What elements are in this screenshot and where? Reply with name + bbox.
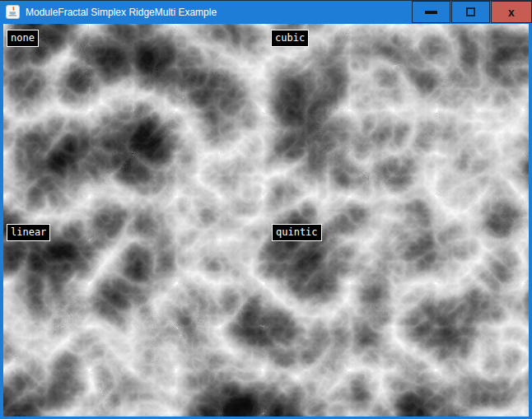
titlebar: ModuleFractal Simplex RidgeMulti Example… bbox=[0, 1, 532, 23]
quadrant-label-linear: linear bbox=[7, 224, 50, 241]
minimize-icon bbox=[425, 11, 437, 14]
java-coffee-cup-icon bbox=[6, 5, 20, 19]
ridged-noise-image bbox=[3, 24, 529, 417]
noise-canvas: none cubic linear quintic bbox=[3, 24, 529, 417]
maximize-button[interactable] bbox=[451, 1, 490, 23]
quadrant-label-cubic: cubic bbox=[271, 30, 309, 47]
quadrant-label-quintic: quintic bbox=[272, 224, 322, 241]
window-title: ModuleFractal Simplex RidgeMulti Example bbox=[26, 7, 412, 18]
app-window: ModuleFractal Simplex RidgeMulti Example… bbox=[0, 0, 532, 419]
quadrant-label-none: none bbox=[7, 30, 39, 47]
close-button[interactable]: x bbox=[491, 1, 532, 23]
close-icon: x bbox=[508, 7, 515, 18]
minimize-button[interactable] bbox=[412, 1, 450, 23]
maximize-icon bbox=[466, 7, 475, 16]
window-controls: x bbox=[412, 1, 532, 23]
